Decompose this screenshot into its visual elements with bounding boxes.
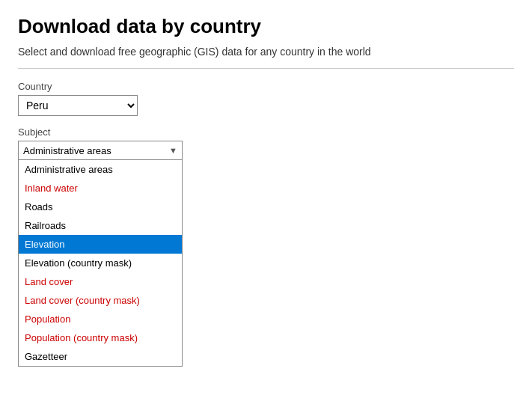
subject-dropdown-selected: Administrative areas: [23, 145, 111, 156]
subject-dropdown[interactable]: Administrative areas ▼ Administrative ar…: [18, 141, 183, 160]
chevron-down-icon: ▼: [169, 146, 177, 155]
subject-field-group: Subject Administrative areas ▼ Administr…: [18, 126, 514, 160]
subject-dropdown-item[interactable]: Administrative areas: [19, 160, 182, 179]
subject-dropdown-item[interactable]: Land cover: [19, 272, 182, 291]
subject-dropdown-item[interactable]: Population: [19, 310, 182, 328]
subject-dropdown-item[interactable]: Population (country mask): [19, 328, 182, 347]
subject-dropdown-item[interactable]: Land cover (country mask): [19, 291, 182, 310]
subject-dropdown-item[interactable]: Railroads: [19, 216, 182, 235]
subject-dropdown-item[interactable]: Elevation: [19, 235, 182, 254]
subject-dropdown-item[interactable]: Inland water: [19, 179, 182, 198]
subject-dropdown-item[interactable]: Elevation (country mask): [19, 254, 182, 272]
divider: [18, 68, 514, 69]
subject-dropdown-item[interactable]: Roads: [19, 198, 182, 216]
subject-label: Subject: [18, 126, 514, 138]
subject-dropdown-header[interactable]: Administrative areas ▼: [18, 141, 183, 160]
page-subtitle: Select and download free geographic (GIS…: [18, 46, 514, 58]
subject-dropdown-item[interactable]: Gazetteer: [19, 347, 182, 366]
country-select[interactable]: Peru United States Brazil Argentina Colo…: [18, 95, 138, 116]
country-field-group: Country Peru United States Brazil Argent…: [18, 81, 514, 116]
country-label: Country: [18, 81, 514, 92]
subject-dropdown-list: Administrative areasInland waterRoadsRai…: [18, 160, 183, 367]
page-title: Download data by country: [18, 15, 514, 38]
